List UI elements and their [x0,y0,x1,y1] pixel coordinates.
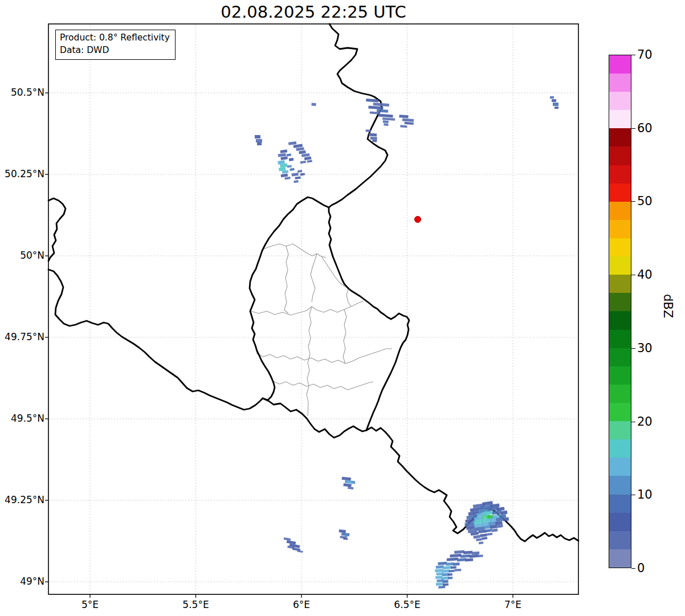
radar-echo-cell [553,103,558,106]
colorbar-segment [609,385,631,403]
colorbar-segment [609,55,631,74]
radar-echo-cell [293,180,298,183]
radar-echo-cell [280,149,288,153]
product-line: Product: 0.8° Reflectivity [60,32,170,44]
colorbar-segment [609,110,631,128]
lat-tick-label: 50°N [20,250,44,261]
colorbar-segment [609,549,631,568]
radar-echo-cell [477,554,483,557]
radar-echo-cell [290,168,294,171]
colorbar-tick-label: 20 [637,415,653,429]
border-lu-east [329,207,409,430]
lat-tick-label: 50.25°N [5,168,44,180]
radar-echo-cell [435,569,443,572]
lon-tick-label: 7°E [504,599,521,610]
colorbar-segment [609,458,631,476]
radar-echo-cell [378,114,393,118]
radar-echo-cell [469,554,478,558]
radar-echo-cell [365,129,370,132]
lat-tick-label: 49.5°N [11,413,44,424]
radar-echo-cell [492,528,498,532]
colorbar-segment [609,183,631,202]
lon-tick-label: 6.5°E [394,599,420,610]
radar-echo-cell [372,140,377,142]
colorbar-segment [609,293,631,311]
radar-echo-cell [447,557,458,561]
colorbar-segment [609,238,631,256]
lon-tick-label: 5°E [81,599,99,610]
lat-tick-label: 50.5°N [11,87,44,98]
radar-echo-cell [280,156,288,160]
radar-echo-cell [479,541,483,544]
radar-echo-cell [438,586,445,589]
radar-echo-cell [339,529,346,533]
radar-echo-cell [287,165,291,168]
radar-echo-cell [348,487,353,489]
echo-cluster-cluster-south [434,549,485,589]
radar-echo-cell [287,153,291,156]
colorbar-segment [609,421,631,439]
radar-figure: 02.08.2025 22:25 UTC [0,0,685,616]
radar-echo-cell [291,173,299,177]
radar-echo-cell [436,582,444,586]
colorbar-tick-label: 60 [637,121,653,135]
radar-echo-cell [550,96,554,99]
echo-cluster-small-echo-south-3 [338,529,350,540]
radar-echo-cell [443,584,448,586]
colorbar-segment [609,403,631,421]
radar-echo-cell [448,577,452,580]
radar-echo-cell [278,153,287,157]
border-fr-be-lower [48,270,263,410]
echo-cluster-cluster-ardennes [275,140,315,185]
lat-tick-label: 49°N [20,576,44,587]
canton-line [311,254,317,302]
echo-cluster-small-echo-northeast [550,96,558,109]
colorbar-segment [609,74,631,92]
colorbar-segment [609,220,631,238]
radar-echo-cell [463,550,472,554]
radar-echo-cell [295,176,300,179]
radar-echo-cell [476,538,482,541]
colorbar-segment [609,495,631,513]
radar-echo-cell [373,103,389,107]
colorbar-units-label: dBZ [661,294,675,318]
radar-echo-cell [343,538,348,540]
radar-map [0,0,685,616]
lon-tick-label: 5.5°E [182,599,209,610]
border-fr-be-upper [48,198,66,261]
radar-echo-cell [281,174,288,178]
lon-tick-label: 6°E [293,599,310,610]
radar-echo-cell [448,573,452,576]
echo-cluster-small-echo-west [255,135,262,145]
canton-line [284,246,288,313]
radar-echo-cell [451,566,456,569]
radar-echo-cell [485,529,492,533]
radar-echo-cell [552,99,556,102]
radar-echo-cell [343,483,351,487]
radar-echo-cell [382,117,395,121]
colorbar-segment [609,439,631,458]
radar-echo-cell [301,153,310,157]
radar-echo-cell [345,534,348,537]
radar-echo-cell [482,537,487,540]
canton-line [343,309,346,364]
radar-echo-cell [289,158,294,161]
colorbar-tick-mark [631,55,635,55]
radar-echo-cell [257,142,262,145]
radar-echo-cell [347,481,352,484]
canton-line [272,381,373,390]
radar-echo-cell [465,558,473,561]
colorbar-tick-label: 30 [637,341,653,355]
radar-echo-cell [300,161,306,164]
lat-tick-label: 49.25°N [5,494,44,505]
radar-echo-cell [370,137,377,140]
colorbar-segment [609,92,631,110]
colorbar-segment [609,348,631,366]
radar-echo-cell [342,477,351,481]
canton-line [256,349,392,364]
radar-echo-cell [471,552,479,555]
colorbar-segment [609,476,631,494]
canton-borders [251,244,392,416]
colorbar-tick-mark [631,568,635,569]
colorbar-segment [609,202,631,220]
